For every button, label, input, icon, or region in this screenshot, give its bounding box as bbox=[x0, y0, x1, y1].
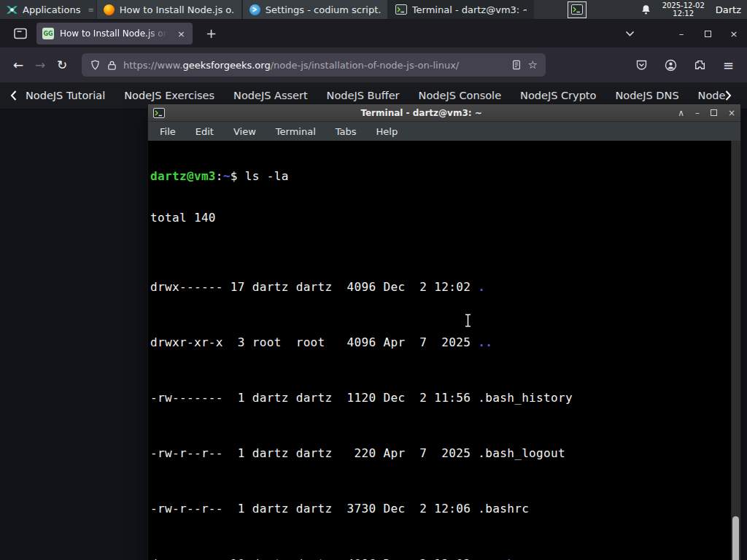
reader-mode-icon[interactable] bbox=[511, 59, 522, 71]
applications-menu-button[interactable]: Applications bbox=[0, 0, 86, 19]
taskbar-label: Terminal - dartz@vm3: ~ bbox=[412, 4, 527, 15]
tabbar-controls: – × bbox=[625, 28, 747, 39]
terminal-output: dartz@vm3:~$ ls -la total 140 drwx------… bbox=[150, 141, 729, 560]
nav-item-nodejs-tutorial[interactable]: NodeJS Tutorial bbox=[26, 90, 105, 101]
nav-item-nodejs-console[interactable]: NodeJS Console bbox=[419, 90, 502, 101]
menu-edit[interactable]: Edit bbox=[196, 126, 214, 137]
terminal-close-button[interactable]: × bbox=[728, 108, 735, 118]
nav-item-nodejs-exercises[interactable]: NodeJS Exercises bbox=[124, 90, 214, 101]
maximize-icon bbox=[711, 109, 717, 116]
terminal-icon bbox=[571, 4, 583, 15]
tracking-shield-icon[interactable] bbox=[90, 59, 101, 71]
distro-logo-icon bbox=[6, 4, 18, 16]
menu-tabs[interactable]: Tabs bbox=[336, 126, 357, 137]
firefox-icon bbox=[104, 4, 115, 15]
nav-item-nodejs-crypto[interactable]: NodeJS Crypto bbox=[520, 90, 596, 101]
terminal-viewport[interactable]: dartz@vm3:~$ ls -la total 140 drwx------… bbox=[148, 141, 740, 560]
terminal-line: drwx------ 17 dartz dartz 4096 Dec 2 12:… bbox=[150, 280, 729, 294]
tab-close-icon[interactable]: × bbox=[176, 28, 187, 39]
maximize-icon bbox=[705, 31, 711, 37]
taskbar-button-terminal[interactable]: Terminal - dartz@vm3: ~ bbox=[388, 0, 534, 19]
tab-title: How to Install Node.js on Li bbox=[60, 28, 170, 39]
taskbar-label: Settings - codium script... bbox=[266, 4, 381, 15]
terminal-scrollbar[interactable] bbox=[731, 141, 740, 560]
scrollbar-thumb[interactable] bbox=[732, 516, 739, 560]
terminal-menubar: File Edit View Terminal Tabs Help bbox=[148, 122, 740, 141]
lock-icon[interactable] bbox=[107, 60, 117, 71]
reload-button[interactable]: ↻ bbox=[51, 54, 73, 76]
toolbar-right-icons: ≡ bbox=[635, 58, 740, 73]
prompt-separator: : bbox=[216, 169, 223, 183]
terminal-listing: drwx------ 17 dartz dartz 4096 Dec 2 12:… bbox=[150, 252, 729, 560]
back-button[interactable]: ← bbox=[7, 54, 29, 76]
pocket-icon[interactable] bbox=[635, 59, 648, 71]
nav-item-node-truncated[interactable]: Node bbox=[698, 90, 726, 101]
menu-help[interactable]: Help bbox=[376, 126, 398, 137]
terminal-maximize-button[interactable] bbox=[711, 108, 717, 118]
browser-tab-active[interactable]: GG How to Install Node.js on Li × bbox=[36, 23, 193, 44]
mouse-cursor-ibeam bbox=[464, 314, 472, 327]
terminal-rollup-button[interactable]: ∧ bbox=[678, 108, 684, 118]
terminal-line: -rw------- 1 dartz dartz 1120 Dec 2 11:5… bbox=[150, 391, 729, 405]
panel-status-area: 2025-12-02 12:12 Dartz bbox=[640, 0, 747, 19]
xfce-panel: Applications ≡ How to Install Node.js o.… bbox=[0, 0, 747, 20]
file-name: .bashrc bbox=[478, 502, 529, 516]
clock-time: 12:12 bbox=[673, 9, 694, 18]
taskbar-label: How to Install Node.js o... bbox=[120, 4, 235, 15]
bookmark-star-icon[interactable]: ☆ bbox=[528, 58, 538, 71]
firefox-view-icon[interactable] bbox=[10, 23, 31, 44]
app-menu-icon[interactable]: ≡ bbox=[723, 58, 734, 73]
prompt-line: dartz@vm3:~$ ls -la bbox=[150, 169, 729, 183]
subnav-items: NodeJS Tutorial NodeJS Exercises NodeJS … bbox=[26, 90, 725, 101]
terminal-line: drwxr-xr-x 10 dartz dartz 4096 Dec 2 12:… bbox=[150, 557, 729, 560]
window-minimize-button[interactable]: – bbox=[668, 28, 694, 39]
terminal-line: -rw-r--r-- 1 dartz dartz 3730 Dec 2 12:0… bbox=[150, 502, 729, 516]
taskbar-button-codium[interactable]: Settings - codium script... bbox=[242, 0, 388, 19]
codium-icon bbox=[249, 4, 260, 15]
taskbar-button-firefox[interactable]: How to Install Node.js o... bbox=[96, 0, 242, 19]
menu-view[interactable]: View bbox=[233, 126, 256, 137]
window-maximize-button[interactable] bbox=[694, 28, 721, 39]
nav-scroll-left-icon[interactable] bbox=[10, 90, 17, 101]
account-icon[interactable] bbox=[665, 59, 677, 71]
line-meta: -rw-r--r-- 1 dartz dartz 220 Apr 7 2025 bbox=[150, 446, 478, 460]
terminal-titlebar[interactable]: Terminal - dartz@vm3: ~ ∧ – × bbox=[148, 104, 740, 122]
total-line: total 140 bbox=[150, 211, 729, 225]
clock-date: 2025-12-02 bbox=[662, 1, 705, 9]
line-meta: -rw------- 1 dartz dartz 1120 Dec 2 11:5… bbox=[150, 391, 478, 405]
url-domain: geeksforgeeks.org bbox=[182, 60, 270, 71]
terminal-window-controls: ∧ – × bbox=[678, 108, 735, 118]
file-name: .. bbox=[478, 335, 492, 349]
panel-clock[interactable]: 2025-12-02 12:12 bbox=[662, 1, 705, 18]
nav-item-nodejs-assert[interactable]: NodeJS Assert bbox=[233, 90, 308, 101]
file-name: . bbox=[478, 280, 485, 294]
window-close-button[interactable]: × bbox=[721, 28, 747, 39]
new-tab-button[interactable]: + bbox=[201, 27, 221, 40]
line-meta: drwxr-xr-x 10 dartz dartz 4096 Dec 2 12:… bbox=[150, 557, 478, 560]
notification-bell-icon[interactable] bbox=[640, 4, 651, 15]
nav-item-nodejs-dns[interactable]: NodeJS DNS bbox=[615, 90, 678, 101]
nav-scroll-right-icon[interactable] bbox=[725, 90, 732, 101]
menu-file[interactable]: File bbox=[160, 126, 176, 137]
terminal-minimize-button[interactable]: – bbox=[695, 108, 700, 118]
tab-bar: GG How to Install Node.js on Li × + – × bbox=[0, 20, 747, 47]
prompt-user-host: dartz@vm3 bbox=[150, 169, 216, 183]
file-name: .cache bbox=[478, 557, 522, 560]
menu-terminal[interactable]: Terminal bbox=[276, 126, 316, 137]
terminal-line: drwxr-xr-x 3 root root 4096 Apr 7 2025 .… bbox=[150, 335, 729, 349]
url-bar[interactable]: https://www.geeksforgeeks.org/node-js/in… bbox=[82, 53, 546, 77]
terminal-title: Terminal - dartz@vm3: ~ bbox=[165, 108, 678, 118]
terminal-window: Terminal - dartz@vm3: ~ ∧ – × File Edit … bbox=[147, 104, 741, 560]
applications-label: Applications bbox=[23, 4, 80, 15]
terminal-line: -rw-r--r-- 1 dartz dartz 220 Apr 7 2025 … bbox=[150, 446, 729, 460]
list-all-tabs-icon[interactable] bbox=[625, 31, 635, 36]
forward-button[interactable]: → bbox=[29, 54, 51, 76]
file-name: .bash_history bbox=[478, 391, 573, 405]
extensions-puzzle-icon[interactable] bbox=[694, 59, 706, 71]
line-meta: -rw-r--r-- 1 dartz dartz 3730 Dec 2 12:0… bbox=[150, 502, 478, 516]
url-text[interactable]: https://www.geeksforgeeks.org/node-js/in… bbox=[123, 60, 505, 71]
nav-item-nodejs-buffer[interactable]: NodeJS Buffer bbox=[327, 90, 400, 101]
url-path: /node-js/installation-of-node-js-on-linu… bbox=[271, 60, 460, 71]
tray-terminal-icon[interactable] bbox=[568, 1, 587, 18]
prompt-cwd: ~ bbox=[223, 169, 231, 183]
